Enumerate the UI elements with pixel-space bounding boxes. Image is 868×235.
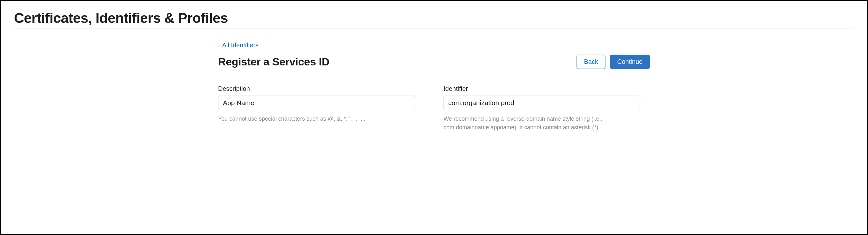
- content-wrapper: ‹ All Identifiers Register a Services ID…: [215, 41, 653, 132]
- identifier-label: Identifier: [443, 85, 650, 92]
- continue-button[interactable]: Continue: [610, 55, 650, 69]
- back-link-label: All Identifiers: [222, 41, 259, 49]
- description-column: Description You cannot use special chara…: [218, 85, 425, 132]
- section-header: Register a Services ID Back Continue: [218, 55, 650, 76]
- description-hint: You cannot use special characters such a…: [218, 115, 415, 123]
- page-title: Certificates, Identifiers & Profiles: [14, 10, 854, 29]
- identifier-hint: We recommend using a reverse-domain name…: [443, 115, 640, 132]
- back-button[interactable]: Back: [577, 55, 605, 69]
- form-row: Description You cannot use special chara…: [218, 85, 650, 132]
- description-input[interactable]: [218, 96, 415, 110]
- identifier-input[interactable]: [443, 96, 640, 110]
- chevron-left-icon: ‹: [218, 42, 220, 49]
- all-identifiers-link[interactable]: ‹ All Identifiers: [218, 41, 258, 49]
- button-group: Back Continue: [577, 55, 650, 69]
- description-label: Description: [218, 85, 425, 92]
- identifier-column: Identifier We recommend using a reverse-…: [443, 85, 650, 132]
- section-title: Register a Services ID: [218, 56, 330, 68]
